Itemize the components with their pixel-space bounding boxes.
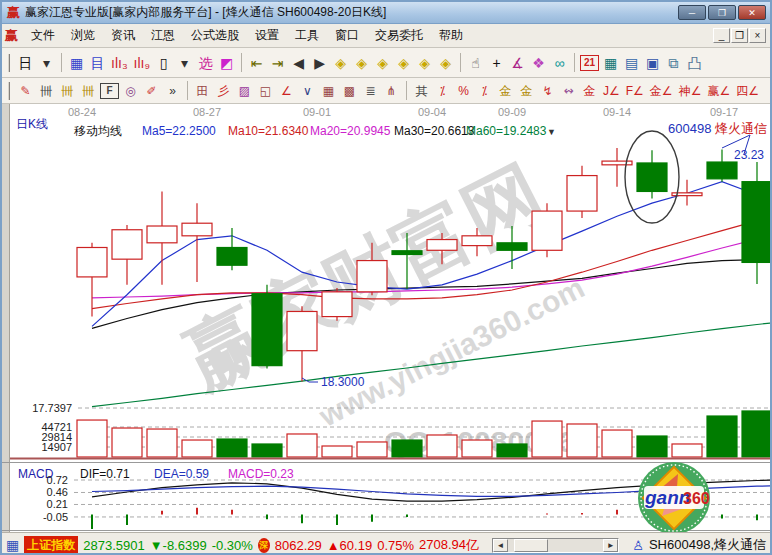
j-angle-line-icon[interactable]: J∠ bbox=[601, 82, 622, 100]
notebook-icon[interactable]: ▤ bbox=[622, 53, 641, 73]
brush-icon[interactable]: ✎ bbox=[16, 82, 35, 100]
sz-index-icon[interactable]: 深 bbox=[258, 538, 270, 553]
gold-section-line-icon[interactable]: 金 bbox=[517, 82, 536, 100]
candle-style-icon[interactable]: ▯ bbox=[154, 53, 173, 73]
menu-tools[interactable]: 工具 bbox=[287, 24, 327, 47]
more-tools-icon[interactable]: » bbox=[163, 82, 182, 100]
ying-angle-line-icon[interactable]: 赢∠ bbox=[705, 82, 732, 100]
kline-chart-canvas[interactable]: 赢家财富网www.yingjia360.comQQ:10080036008-24… bbox=[2, 104, 772, 532]
percent-icon[interactable]: % bbox=[454, 82, 473, 100]
menu-help[interactable]: 帮助 bbox=[431, 24, 471, 47]
candle-style-dropdown-icon[interactable]: ▾ bbox=[175, 53, 194, 73]
ma30-value-label: Ma30=20.6613 bbox=[394, 124, 475, 138]
pattern-analysis-icon[interactable]: ▦ bbox=[67, 53, 86, 73]
gann-grid-icon[interactable]: 田 bbox=[193, 82, 212, 100]
si-angle-line-icon[interactable]: 四∠ bbox=[734, 82, 761, 100]
candle-mark-icon[interactable]: ↯ bbox=[538, 82, 557, 100]
calendar-icon[interactable]: 21 bbox=[580, 55, 599, 71]
measure-icon[interactable]: ✐ bbox=[142, 82, 161, 100]
kline-period-button[interactable]: 日 bbox=[16, 53, 35, 73]
chart-small9-icon[interactable]: ılı₉ bbox=[132, 53, 152, 73]
grid-tool-icon[interactable]: 卌 bbox=[37, 82, 56, 100]
printer-icon[interactable]: 凸 bbox=[685, 53, 704, 73]
horizontal-scrollbar[interactable]: ◄ ► bbox=[492, 538, 619, 553]
crosshair-icon[interactable]: + bbox=[487, 53, 506, 73]
gold-section-circle-icon[interactable]: 金 bbox=[496, 82, 515, 100]
f-angle-line-icon[interactable]: F∠ bbox=[624, 82, 646, 100]
menu-formula-pick[interactable]: 公式选股 bbox=[183, 24, 247, 47]
volume-bar bbox=[742, 411, 772, 457]
minimize-button[interactable]: ─ bbox=[678, 5, 706, 20]
save-icon[interactable]: ▣ bbox=[643, 53, 662, 73]
volume-bar bbox=[147, 429, 177, 457]
menu-window[interactable]: 窗口 bbox=[327, 24, 367, 47]
line-bundle-icon[interactable]: ≣ bbox=[361, 82, 380, 100]
fan-lines-icon[interactable]: ⋔ bbox=[382, 82, 401, 100]
calculator-icon[interactable]: ▦ bbox=[601, 53, 620, 73]
circle-grid-icon[interactable]: ▨ bbox=[235, 82, 254, 100]
v-line-icon[interactable]: ∨ bbox=[298, 82, 317, 100]
scrollbar-thumb[interactable] bbox=[514, 539, 548, 552]
kline-period-dropdown-icon[interactable]: ▾ bbox=[37, 53, 56, 73]
percent-line-icon[interactable]: ⁒ bbox=[475, 82, 494, 100]
diamond-right-icon[interactable]: ◈ bbox=[394, 53, 413, 73]
spiral-tool-icon[interactable]: ∞ bbox=[550, 53, 569, 73]
menu-gann[interactable]: 江恩 bbox=[143, 24, 183, 47]
toolbar-grip bbox=[8, 54, 12, 72]
close-button[interactable]: ✕ bbox=[738, 5, 766, 20]
gold-angle-line-icon[interactable]: 金∠ bbox=[648, 82, 675, 100]
prev-bar-icon[interactable]: ◀ bbox=[289, 53, 308, 73]
angle-tool-icon[interactable]: ∡ bbox=[508, 53, 527, 73]
stock-pick-icon[interactable]: 选 bbox=[196, 53, 215, 73]
dense-grid2-icon[interactable]: ▩ bbox=[340, 82, 359, 100]
mdi-close-button[interactable]: × bbox=[749, 28, 766, 43]
chart-small3-icon[interactable]: ılı₃ bbox=[109, 53, 130, 73]
first-bar-icon[interactable]: ⇤ bbox=[247, 53, 266, 73]
last-bar-icon[interactable]: ⇥ bbox=[268, 53, 287, 73]
trend-angle-icon[interactable]: ∠ bbox=[277, 82, 296, 100]
wave-band-icon[interactable]: ↭ bbox=[559, 82, 578, 100]
fibonacci-grid-icon[interactable]: F bbox=[100, 83, 119, 99]
menu-file[interactable]: 文件 bbox=[23, 24, 63, 47]
maximize-button[interactable]: ❐ bbox=[708, 5, 736, 20]
scroll-right-icon[interactable]: ► bbox=[603, 539, 618, 552]
square-radial-icon[interactable]: ◱ bbox=[256, 82, 275, 100]
candle-body bbox=[217, 247, 247, 265]
gold-ratio-icon[interactable]: 金 bbox=[580, 82, 599, 100]
dense-grid-icon[interactable]: ▦ bbox=[319, 82, 338, 100]
next-bar-icon[interactable]: ▶ bbox=[310, 53, 329, 73]
sh-index-label[interactable]: 上证指数 bbox=[24, 536, 78, 555]
mdi-restore-button[interactable]: ❐ bbox=[731, 28, 748, 43]
info-board-icon[interactable]: 目 bbox=[88, 53, 107, 73]
percent-retrace-icon[interactable]: ⁒ bbox=[433, 82, 452, 100]
gold-grid2-icon[interactable]: 卌 bbox=[79, 82, 98, 100]
diamond-shrink-icon[interactable]: ◈ bbox=[436, 53, 455, 73]
window-title: 赢家江恩专业版[赢家内部服务平台] - [烽火通信 SH600498-20日K线… bbox=[25, 4, 678, 21]
export-icon[interactable]: ⧉ bbox=[664, 53, 683, 73]
diamond-expand-icon[interactable]: ◈ bbox=[415, 53, 434, 73]
title-bar: 赢 赢家江恩专业版[赢家内部服务平台] - [烽火通信 SH600498-20日… bbox=[2, 2, 770, 24]
diamond-left-icon[interactable]: ◈ bbox=[373, 53, 392, 73]
diamond-down-icon[interactable]: ◈ bbox=[352, 53, 371, 73]
spiral-grid-icon[interactable]: ◎ bbox=[121, 82, 140, 100]
menu-browse[interactable]: 浏览 bbox=[63, 24, 103, 47]
volume-bar bbox=[77, 420, 107, 457]
gann-box-tool-icon[interactable]: ❖ bbox=[529, 53, 548, 73]
count-tool-icon[interactable]: 其 bbox=[412, 82, 431, 100]
sz-index-value: 8062.29 bbox=[275, 538, 322, 553]
volume-scale-label: 14907 bbox=[41, 441, 72, 453]
diamond-up-icon[interactable]: ◈ bbox=[331, 53, 350, 73]
scroll-left-icon[interactable]: ◄ bbox=[493, 539, 508, 552]
menu-trading[interactable]: 交易委托 bbox=[367, 24, 431, 47]
volume-bar bbox=[322, 446, 352, 457]
mdi-minimize-button[interactable]: _ bbox=[713, 28, 730, 43]
radial-lines-icon[interactable]: 彡 bbox=[214, 82, 233, 100]
scrollbar-track[interactable] bbox=[508, 539, 603, 552]
status-calendar-icon[interactable]: ▦ bbox=[6, 537, 19, 553]
menu-news[interactable]: 资讯 bbox=[103, 24, 143, 47]
trend-color-chart-icon[interactable]: ◩ bbox=[217, 53, 236, 73]
hand-drag-icon[interactable]: ☝ bbox=[466, 53, 485, 73]
menu-settings[interactable]: 设置 bbox=[247, 24, 287, 47]
shen-angle-line-icon[interactable]: 神∠ bbox=[677, 82, 704, 100]
gold-grid-icon[interactable]: 卌 bbox=[58, 82, 77, 100]
